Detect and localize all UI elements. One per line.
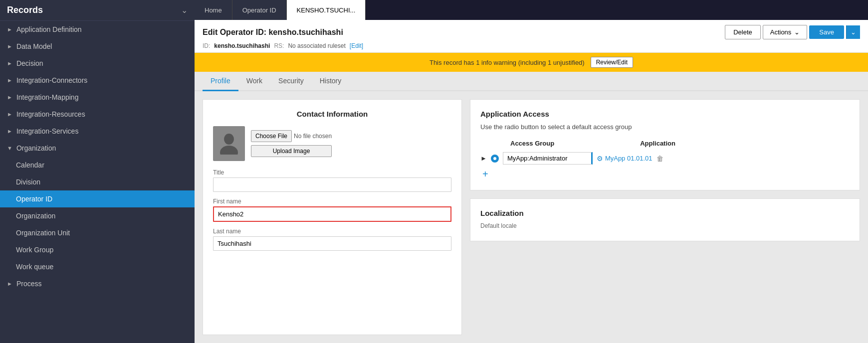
inner-tab-bar: Profile Work Security History [195,72,868,91]
sidebar-item-integration-services[interactable]: ► Integration-Services [0,123,195,140]
sidebar-title: Records [7,5,43,15]
access-row: ► ⚙ MyApp 01.01.01 🗑 [480,152,850,165]
sidebar-item-integration-resources[interactable]: ► Integration-Resources [0,106,195,123]
add-access-group-button[interactable]: + [482,169,850,180]
expand-row-icon[interactable]: ► [480,155,487,162]
contact-panel: Contact Information Choose File No file … [203,99,462,335]
no-file-label: No file chosen [294,133,332,140]
app-access-description: Use the radio button to select a default… [480,123,850,131]
right-panels: Application Access Use the radio button … [470,99,860,335]
last-name-label: Last name [213,228,451,235]
arrow-icon: ► [7,281,12,287]
arrow-icon: ► [7,128,12,134]
warning-bar: This record has 1 info warning (includin… [195,53,868,72]
content-area: Contact Information Choose File No file … [195,91,868,343]
localization-title: Localization [480,209,850,217]
sidebar-item-operator-id[interactable]: Operator ID [0,190,195,207]
save-dropdown-button[interactable]: ⌄ [846,25,860,39]
last-name-field: Last name [213,228,451,251]
first-name-label: First name [213,198,451,205]
tab-profile[interactable]: Profile [203,72,238,91]
tab-history[interactable]: History [312,72,350,91]
id-label: ID: [203,42,210,49]
main-content: Home Operator ID KENSHO.TSUCHI... Edit O… [195,0,868,343]
application-col-header: Application [640,140,675,147]
header-buttons: Delete Actions ⌄ Save ⌄ [725,25,860,39]
default-locale-label: Default locale [480,222,850,229]
tab-kensho[interactable]: KENSHO.TSUCHI... [287,0,366,20]
upload-image-button[interactable]: Upload Image [251,145,332,157]
record-title: Edit Operator ID: kensho.tsuchihashi [203,28,343,37]
first-name-field: First name [213,198,451,222]
rs-label: RS: [274,42,284,49]
record-meta: ID: kensho.tsuchihashi RS: No associated… [203,42,860,49]
svg-point-0 [224,134,234,145]
app-link[interactable]: ⚙ MyApp 01.01.01 [597,155,652,163]
arrow-icon: ► [7,77,12,83]
tab-operator-id[interactable]: Operator ID [232,0,287,20]
title-field: Title [213,169,451,192]
arrow-icon: ► [7,60,12,66]
choose-file-button[interactable]: Choose File [251,130,292,142]
chevron-down-icon: ⌄ [794,28,800,36]
access-group-input[interactable] [503,152,593,165]
title-input[interactable] [213,177,451,192]
rs-value: No associated ruleset [288,42,345,49]
delete-button[interactable]: Delete [725,25,761,39]
sidebar-item-work-group[interactable]: Work Group [0,241,195,258]
sidebar-item-application-definition[interactable]: ► Application Definition [0,21,195,38]
arrow-icon: ► [7,94,12,100]
sidebar-header: Records ⌄ [0,0,195,21]
sidebar-item-data-model[interactable]: ► Data Model [0,38,195,55]
record-header: Edit Operator ID: kensho.tsuchihashi Del… [195,20,868,53]
id-value: kensho.tsuchihashi [214,42,270,49]
radio-button[interactable] [491,155,499,163]
arrow-icon: ► [7,43,12,49]
sidebar-item-integration-connectors[interactable]: ► Integration-Connectors [0,72,195,89]
avatar [213,126,245,161]
contact-panel-title: Contact Information [213,110,451,118]
actions-button[interactable]: Actions ⌄ [763,25,808,39]
sidebar-item-organization-unit[interactable]: Organization Unit [0,224,195,241]
app-access-panel: Application Access Use the radio button … [470,99,860,190]
file-input-row: Choose File No file chosen [251,130,332,142]
title-label: Title [213,169,451,176]
sidebar-item-organization[interactable]: ▼ Organization [0,140,195,157]
edit-link[interactable]: [Edit] [350,42,363,49]
arrow-icon: ► [7,111,12,117]
gear-icon: ⚙ [597,155,603,163]
sidebar-nav: ► Application Definition ► Data Model ► … [0,21,195,343]
sidebar: Records ⌄ ► Application Definition ► Dat… [0,0,195,343]
sidebar-item-organization-sub[interactable]: Organization [0,207,195,224]
access-table-header: Access Group Application [510,138,850,149]
last-name-input[interactable] [213,236,451,251]
svg-point-1 [220,146,238,155]
sidebar-item-division[interactable]: Division [0,173,195,190]
sidebar-item-calendar[interactable]: Calendar [0,157,195,173]
tab-home[interactable]: Home [195,0,232,20]
sidebar-item-decision[interactable]: ► Decision [0,55,195,72]
avatar-section: Choose File No file chosen Upload Image [213,126,451,161]
warning-text: This record has 1 info warning (includin… [430,59,585,66]
tab-work[interactable]: Work [238,72,270,91]
sidebar-item-process[interactable]: ► Process [0,275,195,292]
arrow-icon: ▼ [7,145,12,151]
radio-inner [493,157,496,160]
tab-security[interactable]: Security [270,72,312,91]
save-button[interactable]: Save [809,25,844,39]
first-name-input[interactable] [213,206,451,222]
record-header-top: Edit Operator ID: kensho.tsuchihashi Del… [203,25,860,39]
access-group-col-header: Access Group [510,140,554,147]
arrow-icon: ► [7,26,12,32]
sidebar-collapse-icon[interactable]: ⌄ [181,5,188,15]
sidebar-item-work-queue[interactable]: Work queue [0,258,195,275]
review-edit-button[interactable]: Review/Edit [591,57,633,68]
localization-panel: Localization Default locale [470,198,860,241]
app-access-title: Application Access [480,110,850,118]
delete-row-icon[interactable]: 🗑 [656,155,663,163]
avatar-buttons: Choose File No file chosen Upload Image [251,130,332,157]
sidebar-item-integration-mapping[interactable]: ► Integration-Mapping [0,89,195,106]
tab-bar: Home Operator ID KENSHO.TSUCHI... [195,0,868,20]
